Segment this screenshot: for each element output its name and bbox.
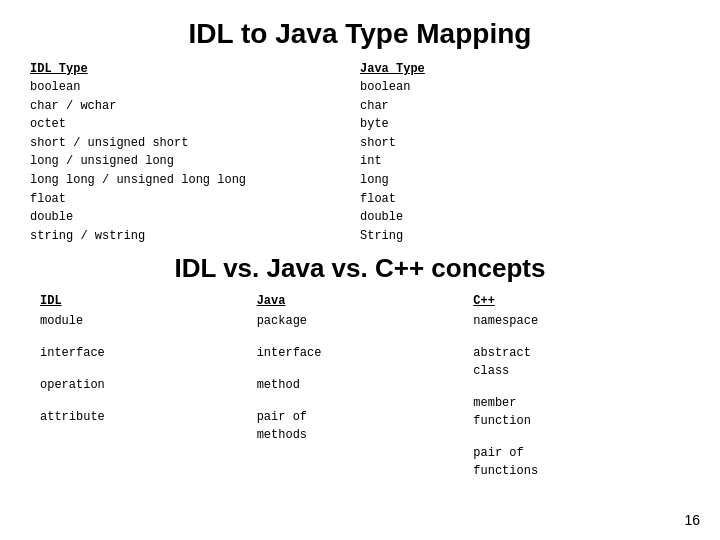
type-mapping-section: IDL Type booleanchar / wcharoctetshort /…: [30, 62, 690, 245]
page-container: IDL to Java Type Mapping IDL Type boolea…: [0, 0, 720, 540]
java-type-row: double: [360, 208, 690, 227]
idl-type-row: double: [30, 208, 360, 227]
concept-idl-header: IDL: [40, 294, 247, 308]
idl-type-row: string / wstring: [30, 227, 360, 246]
list-item: module: [40, 312, 247, 330]
java-col-header: Java Type: [360, 62, 690, 76]
main-title: IDL to Java Type Mapping: [30, 18, 690, 50]
java-type-row: String: [360, 227, 690, 246]
idl-type-row: long long / unsigned long long: [30, 171, 360, 190]
concept-java-rows: packageinterfacemethodpair of methods: [257, 312, 464, 444]
java-type-row: long: [360, 171, 690, 190]
section2-title: IDL vs. Java vs. C++ concepts: [30, 253, 690, 284]
idl-type-row: long / unsigned long: [30, 152, 360, 171]
idl-rows: booleanchar / wcharoctetshort / unsigned…: [30, 78, 360, 245]
idl-type-row: octet: [30, 115, 360, 134]
list-item: attribute: [40, 408, 247, 426]
java-type-row: float: [360, 190, 690, 209]
java-type-row: int: [360, 152, 690, 171]
java-rows: booleancharbyteshortintlongfloatdoubleSt…: [360, 78, 690, 245]
idl-type-col: IDL Type booleanchar / wcharoctetshort /…: [30, 62, 360, 245]
idl-type-row: boolean: [30, 78, 360, 97]
list-item: pair of functions: [473, 444, 680, 480]
java-type-row: short: [360, 134, 690, 153]
list-item: abstract class: [473, 344, 680, 380]
concept-idl-col: IDL moduleinterfaceoperationattribute: [40, 294, 257, 494]
java-type-row: byte: [360, 115, 690, 134]
concept-cpp-rows: namespaceabstract classmember functionpa…: [473, 312, 680, 480]
concept-cpp-header: C++: [473, 294, 680, 308]
idl-type-row: char / wchar: [30, 97, 360, 116]
list-item: operation: [40, 376, 247, 394]
idl-type-row: float: [30, 190, 360, 209]
concept-java-header: Java: [257, 294, 464, 308]
list-item: method: [257, 376, 464, 394]
list-item: namespace: [473, 312, 680, 330]
list-item: package: [257, 312, 464, 330]
page-number: 16: [684, 512, 700, 528]
concepts-table: IDL moduleinterfaceoperationattribute Ja…: [30, 294, 690, 494]
list-item: interface: [257, 344, 464, 362]
list-item: interface: [40, 344, 247, 362]
concept-cpp-col: C++ namespaceabstract classmember functi…: [473, 294, 690, 494]
java-type-row: char: [360, 97, 690, 116]
concept-idl-rows: moduleinterfaceoperationattribute: [40, 312, 247, 426]
idl-col-header: IDL Type: [30, 62, 360, 76]
idl-type-row: short / unsigned short: [30, 134, 360, 153]
list-item: member function: [473, 394, 680, 430]
list-item: pair of methods: [257, 408, 464, 444]
java-type-row: boolean: [360, 78, 690, 97]
concept-java-col: Java packageinterfacemethodpair of metho…: [257, 294, 474, 494]
java-type-col: Java Type booleancharbyteshortintlongflo…: [360, 62, 690, 245]
